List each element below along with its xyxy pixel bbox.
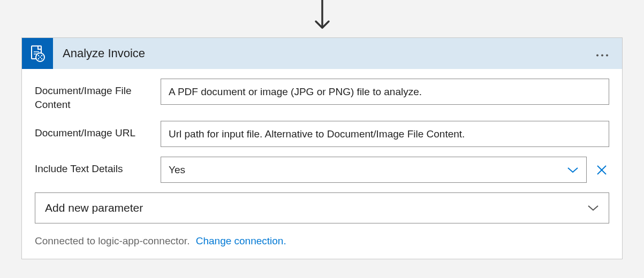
change-connection-link[interactable]: Change connection.: [196, 235, 286, 246]
svg-point-11: [601, 55, 603, 57]
chevron-down-icon: [587, 202, 599, 214]
svg-point-8: [41, 58, 42, 59]
select-value: Yes: [169, 164, 185, 176]
field-row-file-content: Document/Image File Content: [35, 79, 609, 111]
action-card: Analyze Invoice Document/Image File Cont…: [21, 37, 623, 259]
svg-point-9: [40, 57, 41, 58]
flow-arrow-container: [0, 0, 644, 37]
add-parameter-label: Add new parameter: [45, 202, 143, 214]
field-row-url: Document/Image URL: [35, 121, 609, 147]
document-analyze-icon: [22, 38, 53, 69]
svg-point-12: [606, 55, 608, 57]
clear-button[interactable]: [594, 163, 609, 177]
connection-footer: Connected to logic-app-connector. Change…: [35, 232, 609, 259]
connected-text: Connected to logic-app-connector.: [35, 235, 190, 246]
include-text-select[interactable]: Yes: [161, 157, 587, 183]
url-input[interactable]: [161, 121, 609, 147]
chevron-down-icon: [567, 164, 579, 176]
add-parameter-select[interactable]: Add new parameter: [35, 192, 609, 223]
field-label: Document/Image File Content: [35, 79, 161, 111]
action-card-body: Document/Image File Content Document/Ima…: [22, 69, 622, 259]
action-card-title: Analyze Invoice: [53, 47, 145, 60]
svg-point-6: [41, 55, 42, 56]
flow-arrow-icon: [312, 0, 333, 33]
more-button[interactable]: [594, 48, 610, 60]
svg-point-7: [38, 58, 39, 59]
field-label: Document/Image URL: [35, 121, 161, 140]
field-label: Include Text Details: [35, 157, 161, 176]
add-parameter-row: Add new parameter: [35, 192, 609, 223]
svg-point-10: [596, 55, 598, 57]
action-card-header[interactable]: Analyze Invoice: [22, 38, 622, 69]
file-content-input[interactable]: [161, 79, 609, 105]
svg-point-5: [38, 55, 39, 56]
field-row-include-text: Include Text Details Yes: [35, 157, 609, 183]
